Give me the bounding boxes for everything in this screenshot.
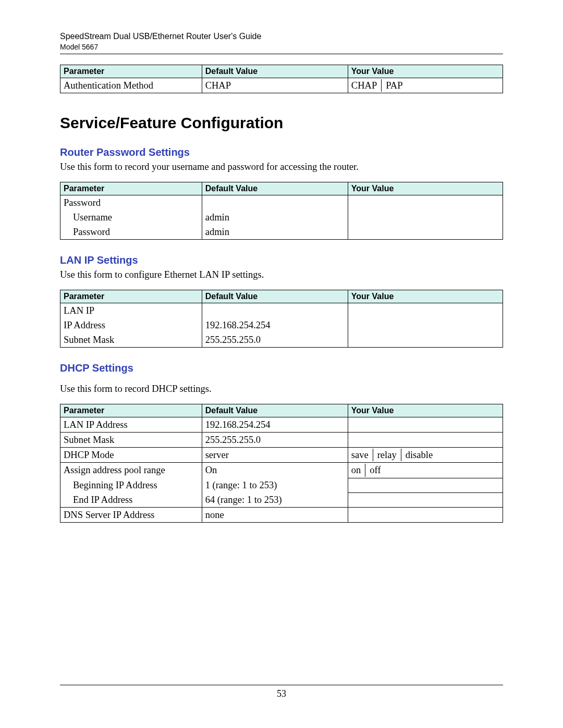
col-default: Default Value xyxy=(202,182,348,195)
cell-your xyxy=(348,508,503,523)
cell-default: 192.168.254.254 xyxy=(202,318,348,332)
cell-param: Password xyxy=(60,225,202,240)
section-heading: Service/Feature Configuration xyxy=(60,114,503,132)
col-your: Your Value xyxy=(348,65,503,78)
table-row: IP Address 192.168.254.254 xyxy=(60,318,503,332)
table-row: DNS Server IP Address none xyxy=(60,508,503,523)
table-row: LAN IP xyxy=(60,303,503,318)
cell-param: Username xyxy=(60,210,202,225)
cell-your xyxy=(348,210,503,225)
col-parameter: Parameter xyxy=(60,182,202,195)
header-title: SpeedStream Dual USB/Ethernet Router Use… xyxy=(60,31,503,42)
router-password-table: Parameter Default Value Your Value Passw… xyxy=(60,182,503,240)
col-your: Your Value xyxy=(348,182,503,195)
cell-param: LAN IP Address xyxy=(60,417,202,433)
cell-your xyxy=(348,318,503,332)
cell-param: Assign address pool range xyxy=(60,463,202,478)
option-chap: CHAP xyxy=(351,79,381,92)
page-footer: 53 xyxy=(60,685,503,699)
router-password-heading: Router Password Settings xyxy=(60,146,503,158)
cell-default: 255.255.255.0 xyxy=(202,433,348,448)
cell-default xyxy=(202,195,348,211)
col-default: Default Value xyxy=(202,290,348,303)
cell-default: 255.255.255.0 xyxy=(202,332,348,348)
cell-your: on off xyxy=(348,463,503,478)
col-parameter: Parameter xyxy=(60,404,202,417)
table-header-row: Parameter Default Value Your Value xyxy=(60,65,503,78)
cell-your xyxy=(348,492,503,508)
cell-param: IP Address xyxy=(60,318,202,332)
cell-param: Subnet Mask xyxy=(60,332,202,348)
cell-default: server xyxy=(202,448,348,463)
cell-your: CHAP PAP xyxy=(348,78,503,93)
cell-default: 192.168.254.254 xyxy=(202,417,348,433)
option-save: save xyxy=(351,449,373,461)
col-your: Your Value xyxy=(348,404,503,417)
table-header-row: Parameter Default Value Your Value xyxy=(60,290,503,303)
cell-default xyxy=(202,303,348,318)
cell-default: 1 (range: 1 to 253) xyxy=(202,478,348,492)
lan-ip-desc: Use this form to configure Ethernet LAN … xyxy=(60,269,503,280)
page-header: SpeedStream Dual USB/Ethernet Router Use… xyxy=(60,31,503,54)
cell-your xyxy=(348,417,503,433)
dhcp-desc: Use this form to record DHCP settings. xyxy=(60,384,503,394)
cell-your xyxy=(348,478,503,492)
table-row: Username admin xyxy=(60,210,503,225)
cell-your xyxy=(348,225,503,240)
lan-ip-heading: LAN IP Settings xyxy=(60,254,503,266)
table-header-row: Parameter Default Value Your Value xyxy=(60,404,503,417)
option-disable: disable xyxy=(401,449,437,461)
cell-your xyxy=(348,195,503,211)
table-row: Assign address pool range On on off xyxy=(60,463,503,478)
table-row: Authentication Method CHAP CHAP PAP xyxy=(60,78,503,93)
col-default: Default Value xyxy=(202,404,348,417)
table-row: Subnet Mask 255.255.255.0 xyxy=(60,332,503,348)
header-model: Model 5667 xyxy=(60,42,503,52)
table-row: DHCP Mode server save relay disable xyxy=(60,448,503,463)
cell-param: DHCP Mode xyxy=(60,448,202,463)
table-row: Password admin xyxy=(60,225,503,240)
cell-param: End IP Address xyxy=(60,492,202,508)
cell-default: CHAP xyxy=(202,78,348,93)
col-parameter: Parameter xyxy=(60,65,202,78)
table-row: End IP Address 64 (range: 1 to 253) xyxy=(60,492,503,508)
table-row: Beginning IP Address 1 (range: 1 to 253) xyxy=(60,478,503,492)
cell-your xyxy=(348,332,503,348)
cell-your xyxy=(348,433,503,448)
cell-param: Password xyxy=(60,195,202,211)
dhcp-heading: DHCP Settings xyxy=(60,362,503,374)
cell-default: admin xyxy=(202,210,348,225)
cell-default: none xyxy=(202,508,348,523)
option-pap: PAP xyxy=(381,79,407,92)
cell-param: Beginning IP Address xyxy=(60,478,202,492)
router-password-desc: Use this form to record your username an… xyxy=(60,162,503,172)
page-number: 53 xyxy=(277,688,286,699)
table-row: Subnet Mask 255.255.255.0 xyxy=(60,433,503,448)
option-on: on xyxy=(351,464,365,476)
document-page: SpeedStream Dual USB/Ethernet Router Use… xyxy=(0,0,563,728)
cell-param: LAN IP xyxy=(60,303,202,318)
lan-ip-table: Parameter Default Value Your Value LAN I… xyxy=(60,290,503,348)
cell-default: 64 (range: 1 to 253) xyxy=(202,492,348,508)
cell-param: Authentication Method xyxy=(60,78,202,93)
cell-param: Subnet Mask xyxy=(60,433,202,448)
col-default: Default Value xyxy=(202,65,348,78)
option-off: off xyxy=(365,464,385,476)
col-your: Your Value xyxy=(348,290,503,303)
dhcp-table: Parameter Default Value Your Value LAN I… xyxy=(60,404,503,523)
cell-default: On xyxy=(202,463,348,478)
cell-default: admin xyxy=(202,225,348,240)
auth-table: Parameter Default Value Your Value Authe… xyxy=(60,65,503,93)
cell-your: save relay disable xyxy=(348,448,503,463)
cell-your xyxy=(348,303,503,318)
table-row: Password xyxy=(60,195,503,211)
option-relay: relay xyxy=(373,449,401,461)
table-row: LAN IP Address 192.168.254.254 xyxy=(60,417,503,433)
table-header-row: Parameter Default Value Your Value xyxy=(60,182,503,195)
col-parameter: Parameter xyxy=(60,290,202,303)
cell-param: DNS Server IP Address xyxy=(60,508,202,523)
